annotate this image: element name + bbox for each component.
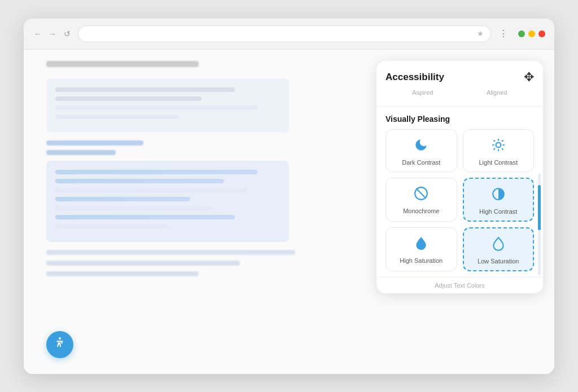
- panel-bottom-hint[interactable]: Adjust Text Colors: [376, 277, 543, 293]
- tab-aligned[interactable]: Aligned: [460, 89, 535, 99]
- card-light-contrast[interactable]: Light Contrast: [463, 129, 535, 172]
- card-monochrome-label: Monochrome: [403, 208, 439, 214]
- svg-line-7: [502, 140, 503, 141]
- browser-window: ← → ↺ ★ ⋮: [24, 19, 554, 374]
- card-low-saturation-label: Low Saturation: [478, 258, 519, 265]
- moon-icon: [414, 138, 428, 155]
- panel-header: Accessibility ✥: [376, 61, 543, 89]
- card-high-contrast[interactable]: High Contrast: [463, 178, 535, 222]
- accessibility-panel: Accessibility ✥ Aspired Aligned Visually…: [376, 61, 543, 293]
- card-high-contrast-label: High Contrast: [479, 208, 517, 215]
- card-high-saturation-label: High Saturation: [400, 257, 443, 264]
- card-light-contrast-label: Light Contrast: [479, 159, 518, 166]
- card-high-saturation[interactable]: High Saturation: [386, 227, 457, 271]
- browser-nav: ← → ↺: [33, 29, 72, 39]
- svg-line-8: [493, 148, 494, 149]
- drop-high-icon: [414, 236, 428, 253]
- card-low-saturation[interactable]: Low Saturation: [463, 227, 535, 271]
- browser-menu-button[interactable]: ⋮: [497, 28, 510, 39]
- panel-scrollbar[interactable]: [538, 174, 541, 275]
- panel-cards-grid: Dark Contrast: [376, 129, 543, 277]
- card-monochrome[interactable]: Monochrome: [386, 178, 457, 222]
- page-background: [46, 61, 323, 282]
- card-dark-contrast[interactable]: Dark Contrast: [386, 129, 457, 172]
- move-icon[interactable]: ✥: [524, 70, 534, 85]
- back-button[interactable]: ←: [33, 29, 43, 39]
- content-lines-top: [46, 61, 323, 67]
- section-title-visually-pleasing: Visually Pleasing: [376, 107, 543, 129]
- bottom-hint-text: Adjust Text Colors: [386, 282, 534, 289]
- traffic-lights: [518, 30, 545, 37]
- panel-title: Accessibility: [386, 72, 444, 83]
- browser-content: Accessibility ✥ Aspired Aligned Visually…: [24, 50, 554, 374]
- address-bar[interactable]: ★: [78, 25, 491, 42]
- svg-line-9: [417, 188, 426, 198]
- sun-icon: [491, 138, 506, 155]
- content-block-2: [46, 161, 289, 242]
- bookmark-icon[interactable]: ★: [477, 29, 484, 38]
- half-circle-icon: [491, 187, 506, 204]
- tab-aspired[interactable]: Aspired: [386, 89, 460, 99]
- svg-point-0: [496, 142, 501, 147]
- forward-button[interactable]: →: [47, 29, 58, 39]
- panel-tabs: Aspired Aligned: [376, 89, 543, 107]
- svg-line-6: [502, 148, 503, 149]
- svg-point-11: [59, 337, 61, 340]
- monochrome-icon: [414, 186, 428, 203]
- panel-scrollbar-thumb[interactable]: [538, 185, 541, 230]
- reload-button[interactable]: ↺: [62, 29, 72, 39]
- content-block-1: [46, 78, 289, 133]
- traffic-light-yellow[interactable]: [528, 30, 535, 37]
- traffic-light-green[interactable]: [518, 30, 525, 37]
- svg-line-5: [493, 140, 494, 141]
- accessibility-icon: [53, 336, 67, 353]
- traffic-light-red[interactable]: [538, 30, 545, 37]
- browser-chrome: ← → ↺ ★ ⋮: [24, 19, 554, 50]
- accessibility-button[interactable]: [46, 331, 73, 358]
- card-dark-contrast-label: Dark Contrast: [402, 159, 440, 166]
- drop-low-icon: [491, 236, 506, 253]
